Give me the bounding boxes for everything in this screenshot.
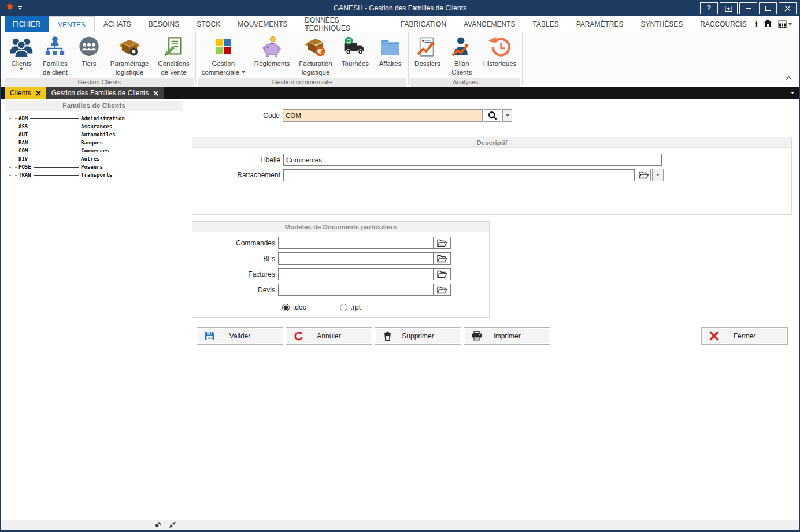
ribbon-item-conditions-de-vente[interactable]: Conditions de vente [153,32,194,78]
doc-tab-familles-de-clients[interactable]: Gestion des Familles de Clients [46,87,164,99]
commandes-input[interactable] [278,237,434,249]
status-bar [1,520,799,530]
collapse-ribbon-icon[interactable] [786,72,792,83]
chevron-down-icon [506,114,509,117]
devis-input[interactable] [278,284,434,296]
tab-stock[interactable]: STOCK [188,16,229,32]
close-tab-icon[interactable] [36,91,41,96]
rattachement-input[interactable] [283,169,635,181]
imprimer-button[interactable]: Imprimer [464,327,550,345]
app-window: GANESH - Gestion des Familles de Clients… [0,0,800,532]
tab-achats[interactable]: ACHATS [95,16,140,32]
code-input[interactable]: COM [283,109,483,122]
tab-fabrication[interactable]: FABRICATION [392,16,455,32]
folder-open-icon [437,286,447,294]
tab-fichier[interactable]: FICHIER [5,16,49,32]
tournees-icon [343,35,367,59]
tree-item-ass[interactable]: ASSAssurances [8,122,182,131]
content-area: Familles de Clients ADMAdministration AS… [1,99,799,530]
ribbon-group-label-gestion-clients: Gestion Clients [5,78,194,87]
rpt-radio-label[interactable]: .rpt [351,303,361,311]
expand-panel-icon[interactable] [154,520,162,531]
bls-browse-button[interactable] [433,252,451,265]
ribbon-item-clients[interactable]: Clients [5,32,38,78]
tab-mouvements[interactable]: MOUVEMENTS [229,16,296,32]
bls-input[interactable] [278,252,434,265]
close-tab-icon[interactable] [153,91,158,96]
devis-browse-button[interactable] [433,284,451,296]
ribbon-tab-bar: FICHIER VENTES ACHATS BESOINS STOCK MOUV… [1,16,799,32]
familles-panel-title: Familles de Clients [5,101,183,111]
commandes-label: Commandes [192,239,278,247]
familles-de-client-icon [43,35,67,59]
search-button[interactable] [484,109,501,122]
info-icon[interactable]: i [755,20,758,29]
ribbon-group-label-analyses: Analyses [410,78,520,87]
tree-item-ban[interactable]: BANBanques [8,139,182,147]
tree-item-div[interactable]: DIVAutres [8,155,182,163]
tab-syntheses[interactable]: SYNTHÈSES [632,16,691,32]
clients-icon [9,35,34,59]
ribbon-item-facturation-logistique[interactable]: € Facturation logistique [294,32,337,78]
ribbon-item-bilan-clients[interactable]: Bilan Clients [445,32,479,78]
ribbon-item-dossiers[interactable]: Dossiers [410,32,445,78]
tab-donnees-techniques[interactable]: DONNÉES TECHNIQUES [296,16,392,32]
supprimer-button[interactable]: Supprimer [375,327,461,345]
tree-item-pose[interactable]: POSEPoseurs [8,163,182,171]
close-button[interactable] [779,2,797,14]
calculator-icon[interactable] [778,20,792,28]
factures-browse-button[interactable] [433,268,451,280]
factures-row: Factures [192,268,489,280]
ribbon-item-tiers[interactable]: Tiers [72,32,106,78]
maximize-button[interactable] [759,2,777,14]
factures-input[interactable] [278,268,434,280]
tab-parametres[interactable]: PARAMÈTRES [568,16,632,32]
folder-open-icon [639,171,649,179]
svg-text:€: € [317,47,323,55]
tab-ventes[interactable]: VENTES [49,16,95,32]
collapse-panel-icon[interactable] [169,520,176,531]
ribbon-item-tournees[interactable]: Tournées [337,32,373,78]
tree-item-aut[interactable]: AUTAutomobiles [8,131,182,139]
code-dropdown-button[interactable] [502,109,512,122]
commandes-browse-button[interactable] [433,237,451,249]
format-radio-group: .doc .rpt [282,303,489,311]
fermer-button[interactable]: Fermer [701,327,788,345]
ribbon-item-affaires[interactable]: Affaires [373,32,407,78]
folder-open-icon [437,270,447,278]
close-icon [784,5,791,12]
tab-avancements[interactable]: AVANCEMENTS [455,16,524,32]
doc-tab-clients[interactable]: Clients [5,87,46,99]
rattachement-dropdown-button[interactable] [652,169,664,181]
valider-button[interactable]: Valider [197,327,283,345]
code-row: Code COM [192,109,792,122]
tab-besoins[interactable]: BESOINS [140,16,188,32]
annuler-button[interactable]: Annuler [286,327,372,345]
tree-item-com[interactable]: COMCommerces [8,147,182,155]
tab-raccourcis[interactable]: RACCOURCIS [691,16,755,32]
doc-radio-label[interactable]: .doc [293,303,306,311]
tab-list-dropdown-icon[interactable] [791,87,799,99]
parametrage-logistique-icon [117,35,142,59]
rpt-radio[interactable] [340,304,347,311]
tab-tables[interactable]: TABLES [524,16,568,32]
libelle-input[interactable]: Commerces [283,154,662,166]
help-button[interactable]: ? [700,2,718,14]
rattachement-browse-button[interactable] [636,169,651,181]
ribbon-item-familles-de-client[interactable]: Familles de client [38,32,72,78]
libelle-label: Libellé [192,156,283,164]
familles-panel: Familles de Clients ADMAdministration AS… [5,101,183,516]
doc-radio[interactable] [282,304,290,311]
minimize-button[interactable] [739,2,757,14]
ribbon-item-gestion-commerciale[interactable]: Gestion commerciale [197,32,250,78]
dossiers-icon [415,35,439,59]
calculator-dropdown-icon[interactable] [788,23,792,25]
ribbon-item-reglements[interactable]: Règlements [250,32,294,78]
home-icon[interactable] [764,19,772,29]
bilan-clients-icon [450,35,474,59]
ribbon-item-historiques[interactable]: Historiques [479,32,521,78]
ribbon-item-parametrage-logistique[interactable]: Paramétrage logistique [106,32,153,78]
pin-ribbon-button[interactable] [720,2,738,14]
tree-item-tran[interactable]: TRANTransports [8,171,182,179]
tree-item-adm[interactable]: ADMAdministration [8,114,182,122]
